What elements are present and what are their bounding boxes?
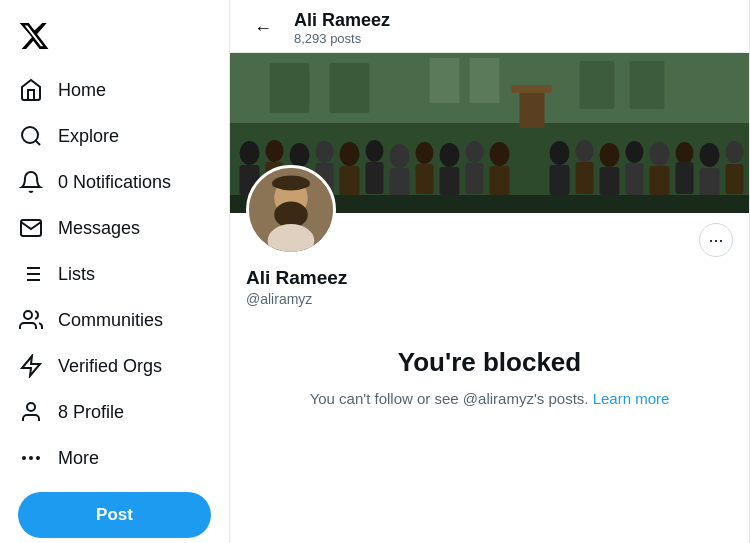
profile-handle: @aliramyz bbox=[246, 291, 733, 307]
svg-point-67 bbox=[274, 202, 308, 228]
svg-point-42 bbox=[676, 142, 694, 164]
svg-point-33 bbox=[416, 142, 434, 164]
svg-point-36 bbox=[490, 142, 510, 166]
svg-rect-24 bbox=[520, 88, 545, 128]
notifications-icon bbox=[18, 170, 44, 194]
svg-point-38 bbox=[576, 140, 594, 162]
svg-point-32 bbox=[390, 144, 410, 168]
post-button[interactable]: Post bbox=[18, 492, 211, 538]
svg-point-41 bbox=[650, 142, 670, 166]
svg-rect-52 bbox=[416, 164, 434, 194]
svg-rect-19 bbox=[330, 63, 370, 113]
svg-rect-21 bbox=[470, 58, 500, 103]
profile-icon bbox=[18, 400, 44, 424]
svg-point-40 bbox=[626, 141, 644, 163]
header-name-block: Ali Rameez 8,293 posts bbox=[294, 10, 733, 46]
svg-rect-53 bbox=[440, 167, 460, 195]
svg-point-39 bbox=[600, 143, 620, 167]
more-options-icon: ··· bbox=[708, 230, 723, 251]
sidebar-item-profile[interactable]: 8 Profile bbox=[0, 390, 229, 434]
sidebar-item-notifications[interactable]: 0 Notifications bbox=[0, 160, 229, 204]
sidebar-item-communities-label: Communities bbox=[58, 310, 163, 331]
svg-point-34 bbox=[440, 143, 460, 167]
more-options-button[interactable]: ··· bbox=[699, 223, 733, 257]
svg-line-1 bbox=[36, 141, 40, 145]
profile-header: ← Ali Rameez 8,293 posts bbox=[230, 0, 749, 53]
back-arrow-icon: ← bbox=[254, 18, 272, 39]
svg-point-37 bbox=[550, 141, 570, 165]
sidebar-item-explore-label: Explore bbox=[58, 126, 119, 147]
sidebar-item-communities[interactable]: Communities bbox=[0, 298, 229, 342]
svg-point-27 bbox=[266, 140, 284, 162]
svg-point-30 bbox=[340, 142, 360, 166]
svg-point-11 bbox=[30, 457, 32, 459]
svg-rect-22 bbox=[580, 61, 615, 109]
blocked-section: You're blocked You can't follow or see @… bbox=[230, 307, 749, 435]
svg-rect-25 bbox=[512, 85, 552, 93]
sidebar-item-verified[interactable]: Verified Orgs bbox=[0, 344, 229, 388]
svg-rect-51 bbox=[390, 168, 410, 196]
svg-rect-63 bbox=[726, 164, 744, 194]
svg-rect-59 bbox=[626, 163, 644, 195]
sidebar-item-profile-label: 8 Profile bbox=[58, 402, 124, 423]
svg-rect-50 bbox=[366, 162, 384, 194]
svg-point-28 bbox=[290, 143, 310, 167]
communities-icon bbox=[18, 308, 44, 332]
svg-rect-20 bbox=[430, 58, 460, 103]
header-post-count: 8,293 posts bbox=[294, 31, 733, 46]
messages-icon bbox=[18, 216, 44, 240]
svg-point-12 bbox=[37, 457, 39, 459]
profile-area: ··· Ali Rameez @aliramyz bbox=[230, 213, 749, 307]
sidebar-item-messages[interactable]: Messages bbox=[0, 206, 229, 250]
svg-point-0 bbox=[22, 127, 38, 143]
sidebar-item-lists[interactable]: Lists bbox=[0, 252, 229, 296]
svg-rect-49 bbox=[340, 166, 360, 196]
main-content: ← Ali Rameez 8,293 posts bbox=[230, 0, 750, 543]
sidebar-item-more[interactable]: More bbox=[0, 436, 229, 480]
svg-point-29 bbox=[316, 141, 334, 163]
svg-rect-70 bbox=[272, 181, 309, 187]
svg-rect-18 bbox=[270, 63, 310, 113]
svg-rect-61 bbox=[676, 162, 694, 194]
verified-orgs-icon bbox=[18, 354, 44, 378]
lists-icon bbox=[18, 262, 44, 286]
more-icon bbox=[18, 446, 44, 470]
sidebar-nav: Home Explore 0 Notifications bbox=[0, 64, 229, 484]
x-logo[interactable] bbox=[0, 10, 229, 64]
header-display-name: Ali Rameez bbox=[294, 10, 733, 31]
svg-rect-58 bbox=[600, 167, 620, 195]
sidebar-item-explore[interactable]: Explore bbox=[0, 114, 229, 158]
svg-rect-55 bbox=[490, 166, 510, 196]
sidebar-item-more-label: More bbox=[58, 448, 99, 469]
svg-rect-23 bbox=[630, 61, 665, 109]
sidebar-item-home-label: Home bbox=[58, 80, 106, 101]
profile-avatar bbox=[246, 165, 336, 255]
svg-point-35 bbox=[466, 141, 484, 163]
svg-rect-57 bbox=[576, 162, 594, 194]
svg-rect-60 bbox=[650, 166, 670, 196]
sidebar: Home Explore 0 Notifications bbox=[0, 0, 230, 543]
svg-rect-56 bbox=[550, 165, 570, 195]
svg-point-44 bbox=[726, 141, 744, 163]
back-button[interactable]: ← bbox=[246, 11, 280, 45]
learn-more-link[interactable]: Learn more bbox=[593, 390, 670, 407]
svg-point-43 bbox=[700, 143, 720, 167]
sidebar-item-lists-label: Lists bbox=[58, 264, 95, 285]
svg-point-10 bbox=[27, 403, 35, 411]
sidebar-item-messages-label: Messages bbox=[58, 218, 140, 239]
svg-point-8 bbox=[24, 311, 32, 319]
explore-icon bbox=[18, 124, 44, 148]
svg-point-13 bbox=[23, 457, 25, 459]
svg-rect-62 bbox=[700, 168, 720, 196]
sidebar-item-notifications-label: 0 Notifications bbox=[58, 172, 171, 193]
svg-point-26 bbox=[240, 141, 260, 165]
blocked-description: You can't follow or see @aliramyz's post… bbox=[246, 388, 733, 411]
avatar-container bbox=[246, 165, 336, 255]
svg-marker-9 bbox=[22, 356, 40, 376]
sidebar-item-home[interactable]: Home bbox=[0, 68, 229, 112]
svg-rect-54 bbox=[466, 163, 484, 194]
profile-display-name: Ali Rameez bbox=[246, 267, 733, 289]
svg-point-31 bbox=[366, 140, 384, 162]
blocked-title: You're blocked bbox=[246, 347, 733, 378]
sidebar-item-verified-label: Verified Orgs bbox=[58, 356, 162, 377]
